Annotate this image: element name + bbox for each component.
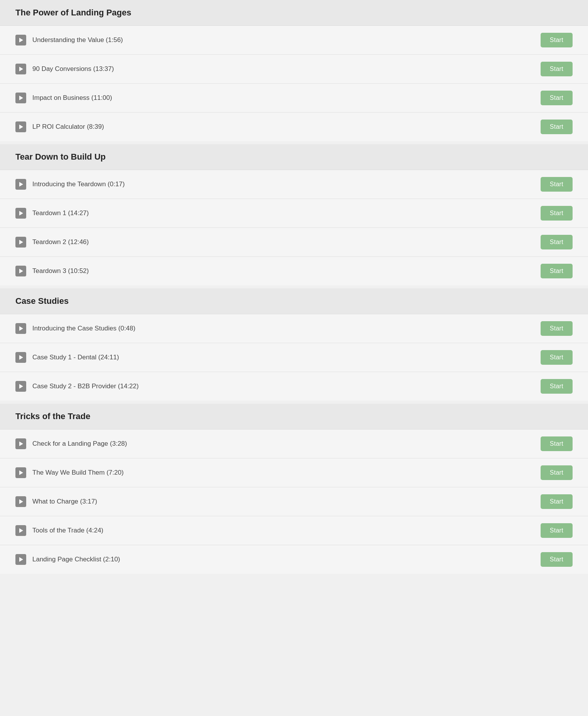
section-header-tricks-of-the-trade: Tricks of the Trade (0, 404, 588, 430)
video-play-icon (15, 438, 26, 449)
lesson-row-lesson-4-5: Landing Page Checklist (2:10)Start (0, 545, 588, 574)
video-play-icon (15, 381, 26, 392)
video-play-icon (15, 237, 26, 248)
video-play-icon (15, 496, 26, 507)
video-play-icon (15, 525, 26, 536)
section-power-of-landing-pages: The Power of Landing PagesUnderstanding … (0, 0, 588, 141)
lesson-left-lesson-4-2: The Way We Build Them (7:20) (15, 467, 124, 478)
video-play-icon (15, 323, 26, 334)
lesson-left-lesson-3-3: Case Study 2 - B2B Provider (14:22) (15, 381, 139, 392)
lesson-left-lesson-1-1: Understanding the Value (1:56) (15, 35, 123, 45)
lesson-title-lesson-3-3: Case Study 2 - B2B Provider (14:22) (32, 382, 139, 390)
start-button-lesson-2-2[interactable]: Start (541, 206, 573, 221)
section-header-case-studies: Case Studies (0, 288, 588, 314)
lesson-row-lesson-3-3: Case Study 2 - B2B Provider (14:22)Start (0, 372, 588, 401)
lesson-title-lesson-4-4: Tools of the Trade (4:24) (32, 527, 103, 534)
lesson-row-lesson-4-3: What to Charge (3:17)Start (0, 487, 588, 516)
lesson-row-lesson-4-1: Check for a Landing Page (3:28)Start (0, 430, 588, 458)
lesson-row-lesson-1-2: 90 Day Conversions (13:37)Start (0, 55, 588, 84)
video-play-icon (15, 35, 26, 45)
lesson-title-lesson-1-2: 90 Day Conversions (13:37) (32, 65, 114, 73)
video-play-icon (15, 266, 26, 276)
section-header-power-of-landing-pages: The Power of Landing Pages (0, 0, 588, 26)
page-container: The Power of Landing PagesUnderstanding … (0, 0, 588, 574)
lesson-left-lesson-3-2: Case Study 1 - Dental (24:11) (15, 352, 119, 363)
lesson-row-lesson-2-2: Teardown 1 (14:27)Start (0, 199, 588, 228)
lesson-row-lesson-1-1: Understanding the Value (1:56)Start (0, 26, 588, 55)
start-button-lesson-3-1[interactable]: Start (541, 321, 573, 336)
lesson-title-lesson-3-2: Case Study 1 - Dental (24:11) (32, 354, 119, 361)
lesson-left-lesson-2-1: Introducing the Teardown (0:17) (15, 179, 125, 190)
lesson-title-lesson-2-4: Teardown 3 (10:52) (32, 267, 89, 275)
lesson-row-lesson-3-2: Case Study 1 - Dental (24:11)Start (0, 343, 588, 372)
lesson-row-lesson-2-3: Teardown 2 (12:46)Start (0, 228, 588, 257)
video-play-icon (15, 179, 26, 190)
lesson-left-lesson-2-3: Teardown 2 (12:46) (15, 237, 89, 248)
video-play-icon (15, 121, 26, 132)
section-title-tricks-of-the-trade: Tricks of the Trade (15, 411, 573, 421)
start-button-lesson-1-4[interactable]: Start (541, 120, 573, 134)
lesson-title-lesson-4-5: Landing Page Checklist (2:10) (32, 556, 120, 563)
start-button-lesson-3-3[interactable]: Start (541, 379, 573, 394)
lesson-row-lesson-4-4: Tools of the Trade (4:24)Start (0, 516, 588, 545)
start-button-lesson-4-4[interactable]: Start (541, 523, 573, 538)
start-button-lesson-2-1[interactable]: Start (541, 177, 573, 192)
lesson-row-lesson-4-2: The Way We Build Them (7:20)Start (0, 458, 588, 487)
start-button-lesson-1-3[interactable]: Start (541, 91, 573, 105)
video-play-icon (15, 467, 26, 478)
lesson-row-lesson-2-4: Teardown 3 (10:52)Start (0, 257, 588, 285)
lesson-title-lesson-2-2: Teardown 1 (14:27) (32, 209, 89, 217)
section-title-case-studies: Case Studies (15, 296, 573, 306)
video-play-icon (15, 64, 26, 74)
start-button-lesson-3-2[interactable]: Start (541, 350, 573, 365)
lesson-left-lesson-1-3: Impact on Business (11:00) (15, 93, 112, 103)
start-button-lesson-1-2[interactable]: Start (541, 62, 573, 76)
section-tricks-of-the-trade: Tricks of the TradeCheck for a Landing P… (0, 404, 588, 574)
lesson-row-lesson-1-3: Impact on Business (11:00)Start (0, 84, 588, 113)
lesson-left-lesson-4-4: Tools of the Trade (4:24) (15, 525, 103, 536)
lesson-row-lesson-3-1: Introducing the Case Studies (0:48)Start (0, 314, 588, 343)
video-play-icon (15, 208, 26, 219)
video-play-icon (15, 352, 26, 363)
section-tear-down-to-build-up: Tear Down to Build UpIntroducing the Tea… (0, 144, 588, 285)
lesson-title-lesson-2-1: Introducing the Teardown (0:17) (32, 180, 125, 188)
lesson-title-lesson-1-3: Impact on Business (11:00) (32, 94, 112, 102)
lesson-left-lesson-1-2: 90 Day Conversions (13:37) (15, 64, 114, 74)
lesson-row-lesson-2-1: Introducing the Teardown (0:17)Start (0, 170, 588, 199)
lesson-title-lesson-1-1: Understanding the Value (1:56) (32, 36, 123, 44)
start-button-lesson-4-3[interactable]: Start (541, 494, 573, 509)
lesson-left-lesson-1-4: LP ROI Calculator (8:39) (15, 121, 104, 132)
lesson-left-lesson-4-3: What to Charge (3:17) (15, 496, 97, 507)
lesson-left-lesson-4-5: Landing Page Checklist (2:10) (15, 554, 120, 565)
lesson-left-lesson-4-1: Check for a Landing Page (3:28) (15, 438, 127, 449)
lesson-left-lesson-2-2: Teardown 1 (14:27) (15, 208, 89, 219)
lesson-left-lesson-3-1: Introducing the Case Studies (0:48) (15, 323, 135, 334)
lesson-title-lesson-1-4: LP ROI Calculator (8:39) (32, 123, 104, 131)
lesson-title-lesson-3-1: Introducing the Case Studies (0:48) (32, 325, 135, 332)
lesson-title-lesson-2-3: Teardown 2 (12:46) (32, 238, 89, 246)
video-play-icon (15, 93, 26, 103)
start-button-lesson-1-1[interactable]: Start (541, 33, 573, 47)
lesson-title-lesson-4-1: Check for a Landing Page (3:28) (32, 440, 127, 448)
section-header-tear-down-to-build-up: Tear Down to Build Up (0, 144, 588, 170)
start-button-lesson-2-3[interactable]: Start (541, 235, 573, 249)
start-button-lesson-4-2[interactable]: Start (541, 465, 573, 480)
lesson-title-lesson-4-2: The Way We Build Them (7:20) (32, 469, 124, 477)
video-play-icon (15, 554, 26, 565)
lesson-row-lesson-1-4: LP ROI Calculator (8:39)Start (0, 113, 588, 141)
start-button-lesson-4-5[interactable]: Start (541, 552, 573, 567)
section-case-studies: Case StudiesIntroducing the Case Studies… (0, 288, 588, 401)
lesson-left-lesson-2-4: Teardown 3 (10:52) (15, 266, 89, 276)
start-button-lesson-4-1[interactable]: Start (541, 436, 573, 451)
lesson-title-lesson-4-3: What to Charge (3:17) (32, 498, 97, 505)
section-title-tear-down-to-build-up: Tear Down to Build Up (15, 152, 573, 162)
start-button-lesson-2-4[interactable]: Start (541, 264, 573, 278)
section-title-power-of-landing-pages: The Power of Landing Pages (15, 8, 573, 18)
